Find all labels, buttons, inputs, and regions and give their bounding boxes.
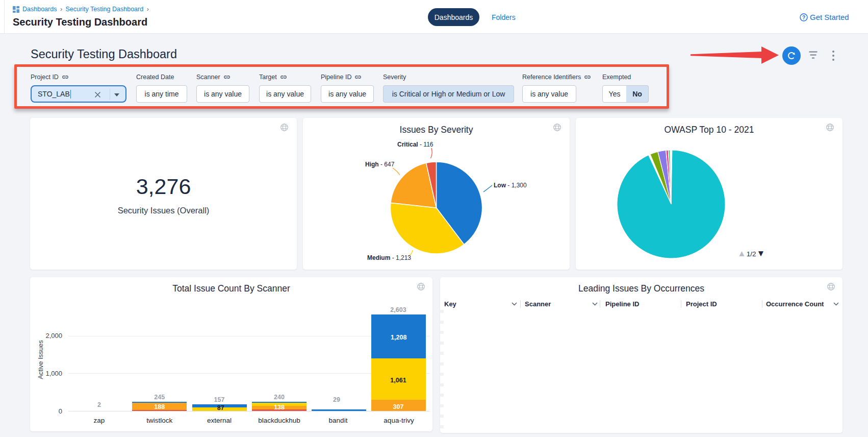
svg-text:Low - 1,300: Low - 1,300 <box>494 182 527 189</box>
svg-text:Medium - 1,213: Medium - 1,213 <box>367 254 411 261</box>
svg-text:High - 647: High - 647 <box>365 161 395 168</box>
svg-text:Critical - 116: Critical - 116 <box>397 141 433 148</box>
svg-text:?: ? <box>802 15 805 20</box>
